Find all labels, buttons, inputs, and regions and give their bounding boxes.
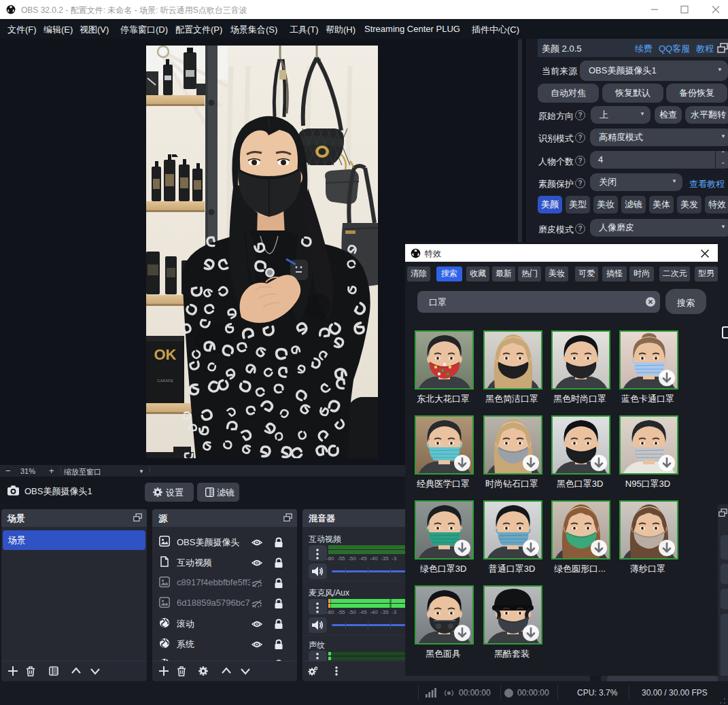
svg-text:OK: OK xyxy=(154,346,177,363)
svg-text:CAFAFE: CAFAFE xyxy=(157,379,173,383)
